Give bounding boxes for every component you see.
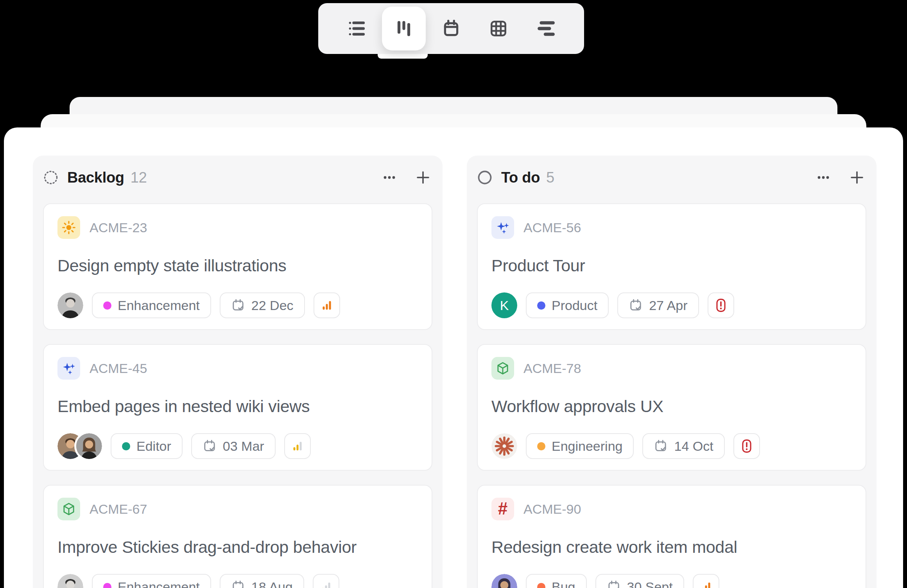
card[interactable]: ACME-67 Improve Stickies drag-and-drop b… bbox=[43, 485, 432, 588]
priority-pill[interactable] bbox=[314, 292, 340, 318]
card-title: Product Tour bbox=[491, 256, 852, 275]
column-menu-button[interactable] bbox=[382, 170, 397, 185]
table-icon bbox=[489, 19, 508, 38]
sparkles-icon bbox=[491, 216, 514, 239]
card[interactable]: ACME-56 Product Tour K Product 27 Apr bbox=[477, 203, 866, 330]
calendar-check-icon bbox=[231, 580, 245, 588]
card-title: Design empty state illustrations bbox=[57, 256, 418, 275]
add-card-button[interactable] bbox=[849, 170, 865, 185]
calendar-view-button[interactable] bbox=[429, 7, 473, 50]
label-text: Enhancement bbox=[118, 298, 200, 313]
board-view-button[interactable] bbox=[382, 7, 426, 50]
priority-pill[interactable] bbox=[313, 574, 339, 588]
card-key: ACME-23 bbox=[90, 220, 147, 235]
calendar-check-icon bbox=[654, 439, 668, 453]
column-count: 5 bbox=[546, 169, 554, 186]
column-todo: To do 5 ACME-56 Product Tour K Product 2… bbox=[467, 156, 877, 588]
table-view-button[interactable] bbox=[477, 7, 520, 50]
priority-bars-icon bbox=[320, 298, 334, 312]
filter-view-button[interactable] bbox=[524, 7, 568, 50]
circle-icon bbox=[477, 170, 493, 185]
label-text: Bug bbox=[552, 579, 575, 588]
due-date-pill[interactable]: 14 Oct bbox=[642, 433, 724, 459]
column-title: Backlog bbox=[67, 169, 124, 186]
card-key: ACME-78 bbox=[523, 361, 581, 376]
label-dot bbox=[103, 301, 111, 310]
sparkles-icon bbox=[57, 357, 80, 380]
label-pill[interactable]: Product bbox=[526, 292, 609, 318]
column-header: Backlog 12 bbox=[43, 168, 431, 187]
card[interactable]: # ACME-90 Redesign create work item moda… bbox=[477, 485, 866, 588]
avatar-initial: K bbox=[491, 292, 517, 318]
due-date: 14 Oct bbox=[674, 439, 713, 454]
cube-icon bbox=[57, 498, 80, 520]
column-title: To do bbox=[501, 169, 540, 186]
label-pill[interactable]: Engineering bbox=[526, 433, 634, 459]
card-key: ACME-56 bbox=[523, 220, 581, 235]
card-key: ACME-90 bbox=[523, 502, 581, 517]
view-switcher-toolbar bbox=[318, 3, 584, 54]
label-dot bbox=[103, 583, 111, 588]
priority-pill[interactable] bbox=[284, 433, 311, 459]
label-pill[interactable]: Enhancement bbox=[92, 292, 211, 318]
label-pill[interactable]: Editor bbox=[111, 433, 183, 459]
card-key: ACME-45 bbox=[90, 361, 147, 376]
card-key: ACME-67 bbox=[90, 502, 147, 517]
label-dot bbox=[537, 442, 545, 450]
calendar-check-icon bbox=[607, 580, 621, 588]
label-text: Engineering bbox=[552, 439, 622, 454]
priority-bars-icon bbox=[699, 580, 713, 588]
add-card-button[interactable] bbox=[415, 170, 431, 185]
label-pill[interactable]: Bug bbox=[526, 574, 587, 588]
priority-pill[interactable] bbox=[693, 574, 719, 588]
label-dot bbox=[122, 442, 130, 450]
list-icon bbox=[347, 19, 366, 38]
list-view-button[interactable] bbox=[335, 7, 378, 50]
column-header: To do 5 bbox=[477, 168, 865, 187]
column-menu-button[interactable] bbox=[816, 170, 831, 185]
urgent-icon bbox=[714, 298, 728, 312]
due-date-pill[interactable]: 22 Dec bbox=[220, 292, 305, 318]
due-date-pill[interactable]: 18 Aug bbox=[220, 574, 304, 588]
kanban-app: { "toolbar": { "views": [ {"icon": "list… bbox=[0, 0, 907, 588]
due-date-pill[interactable]: 03 Mar bbox=[191, 433, 276, 459]
card-title: Improve Stickies drag-and-drop behavior bbox=[57, 538, 418, 557]
priority-bars-icon bbox=[319, 580, 333, 588]
sun-icon bbox=[57, 216, 80, 239]
avatar-group bbox=[57, 433, 102, 459]
label-dot bbox=[537, 583, 545, 588]
calendar-check-icon bbox=[629, 298, 643, 312]
column-backlog: Backlog 12 ACME-23 Design empty state il… bbox=[33, 156, 443, 588]
due-date: 22 Dec bbox=[251, 298, 294, 313]
label-text: Editor bbox=[136, 439, 171, 454]
card-title: Redesign create work item modal bbox=[491, 538, 852, 557]
due-date: 18 Aug bbox=[251, 579, 293, 588]
card[interactable]: ACME-45 Embed pages in nested wiki views… bbox=[43, 344, 432, 471]
label-text: Enhancement bbox=[118, 579, 200, 588]
due-date-pill[interactable]: 27 Apr bbox=[617, 292, 699, 318]
avatar bbox=[57, 574, 83, 588]
calendar-check-icon bbox=[231, 298, 245, 312]
priority-pill[interactable] bbox=[733, 433, 760, 459]
card[interactable]: ACME-78 Workflow approvals UX Engineerin… bbox=[477, 344, 866, 471]
priority-bars-icon bbox=[290, 439, 305, 453]
card-title: Embed pages in nested wiki views bbox=[57, 397, 418, 416]
card[interactable]: ACME-23 Design empty state illustrations… bbox=[43, 203, 432, 330]
due-date-pill[interactable]: 30 Sept bbox=[595, 574, 684, 588]
card-title: Workflow approvals UX bbox=[491, 397, 852, 416]
calendar-check-icon bbox=[203, 439, 217, 453]
dashed-circle-icon bbox=[43, 170, 59, 185]
column-count: 12 bbox=[131, 169, 147, 186]
filter-icon bbox=[536, 19, 556, 38]
avatar bbox=[57, 292, 83, 318]
priority-pill[interactable] bbox=[708, 292, 734, 318]
urgent-icon bbox=[740, 439, 754, 453]
label-dot bbox=[537, 301, 545, 310]
avatar bbox=[491, 574, 517, 588]
board-icon bbox=[394, 19, 414, 38]
hash-icon: # bbox=[491, 498, 514, 520]
label-pill[interactable]: Enhancement bbox=[92, 574, 211, 588]
label-text: Product bbox=[552, 298, 597, 313]
starburst-logo-avatar bbox=[491, 433, 517, 459]
avatar bbox=[76, 433, 102, 459]
